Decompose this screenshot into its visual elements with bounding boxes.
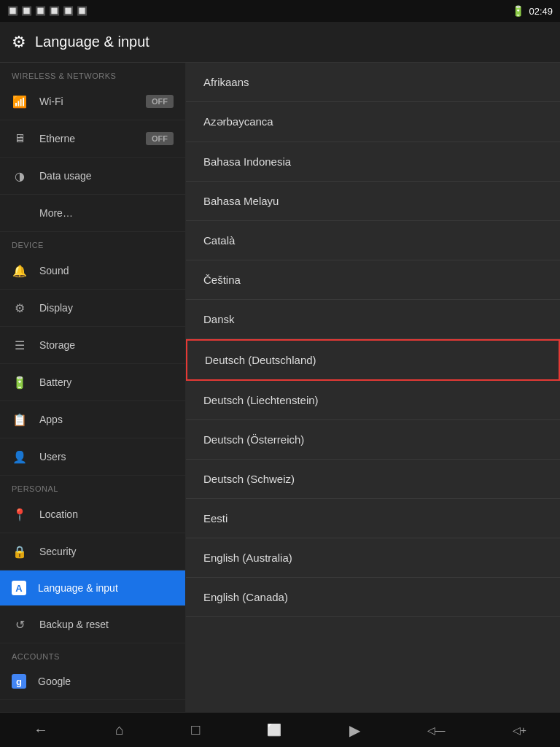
time-display: 02:49 xyxy=(529,6,553,17)
lang-item-dansk[interactable]: Dansk xyxy=(186,300,560,339)
users-icon: 👤 xyxy=(12,449,28,465)
lang-item-english-australia[interactable]: English (Australia) xyxy=(186,538,560,578)
sidebar-label-apps: Apps xyxy=(39,414,63,425)
sidebar-item-display[interactable]: ⚙ Display xyxy=(0,290,185,327)
sidebar-item-add-account[interactable]: + Add account xyxy=(0,700,185,712)
recents-button[interactable]: □ xyxy=(179,716,211,744)
sidebar-label-ethernet: Etherne xyxy=(39,133,75,144)
lang-item-catala[interactable]: Català xyxy=(186,221,560,260)
lang-item-bahasa-melayu[interactable]: Bahasa Melayu xyxy=(186,182,560,221)
status-bar: 🔲 🔲 🔲 🔲 🔲 🔲 🔋 02:49 xyxy=(0,0,560,22)
lang-item-eesti[interactable]: Eesti xyxy=(186,499,560,538)
sidebar-label-location: Location xyxy=(39,508,78,520)
language-icon: A xyxy=(12,581,26,595)
page-title: Language & input xyxy=(35,34,149,50)
lang-item-bahasa-indonesia[interactable]: Bahasa Indonesia xyxy=(186,142,560,182)
sidebar-item-location[interactable]: 📍 Location xyxy=(0,496,185,533)
lang-item-english-canada[interactable]: English (Canada) xyxy=(186,578,560,617)
sidebar-label-users: Users xyxy=(39,451,66,462)
sidebar-item-google[interactable]: g Google xyxy=(0,664,185,700)
sidebar-label-storage: Storage xyxy=(39,339,75,351)
video-button[interactable]: ▶ xyxy=(338,716,372,745)
wifi-icon: 📶 xyxy=(12,93,28,109)
main-layout: WIRELESS & NETWORKS 📶 Wi-Fi OFF 🖥 Ethern… xyxy=(0,63,560,712)
display-icon: ⚙ xyxy=(12,300,28,316)
settings-gear-icon: ⚙ xyxy=(12,33,26,52)
lang-item-azerbaycanca[interactable]: Azərbaycanca xyxy=(186,102,560,142)
sidebar-label-display: Display xyxy=(39,302,73,314)
sidebar-item-wifi[interactable]: 📶 Wi-Fi OFF xyxy=(0,83,185,120)
section-device: DEVICE xyxy=(0,232,185,252)
ethernet-toggle[interactable]: OFF xyxy=(146,132,174,145)
language-list-panel: AfrikaansAzərbaycancaBahasa IndonesiaBah… xyxy=(186,63,560,712)
lang-item-deutsch-schweiz[interactable]: Deutsch (Schweiz) xyxy=(186,460,560,499)
sidebar-item-backup[interactable]: ↺ Backup & reset xyxy=(0,606,185,643)
sidebar-item-more[interactable]: More… xyxy=(0,195,185,232)
sidebar-item-data-usage[interactable]: ◑ Data usage xyxy=(0,158,185,195)
battery-sidebar-icon: 🔋 xyxy=(12,374,28,390)
sidebar-label-sound: Sound xyxy=(39,265,69,276)
sound-icon: 🔔 xyxy=(12,263,28,279)
storage-icon: ☰ xyxy=(12,337,28,353)
sidebar-label-data-usage: Data usage xyxy=(39,170,92,182)
lang-item-deutsch-liechtenstein[interactable]: Deutsch (Liechtenstein) xyxy=(186,381,560,420)
bottom-nav: ← ⌂ □ ⬜ ▶ ◁— ◁+ xyxy=(0,712,560,747)
sidebar-item-security[interactable]: 🔒 Security xyxy=(0,533,185,570)
lang-item-afrikaans[interactable]: Afrikaans xyxy=(186,63,560,102)
sidebar-label-wifi: Wi-Fi xyxy=(39,96,63,107)
vol-down-button[interactable]: ◁— xyxy=(416,719,457,742)
sidebar-item-language[interactable]: A Language & input xyxy=(0,570,185,606)
screenshot-button[interactable]: ⬜ xyxy=(255,717,293,743)
data-usage-icon: ◑ xyxy=(12,168,28,184)
add-account-icon: + xyxy=(12,710,28,712)
sidebar-label-language: Language & input xyxy=(38,582,118,594)
status-bar-app-icons: 🔲 🔲 🔲 🔲 🔲 🔲 xyxy=(7,6,88,16)
ethernet-icon: 🖥 xyxy=(12,131,28,147)
lang-item-deutsch-deutschland[interactable]: Deutsch (Deutschland) xyxy=(186,339,560,381)
sidebar-label-security: Security xyxy=(39,546,77,557)
battery-icon: 🔋 xyxy=(512,5,524,17)
back-button[interactable]: ← xyxy=(22,716,60,744)
sidebar-label-more: More… xyxy=(39,207,73,219)
section-accounts: ACCOUNTS xyxy=(0,643,185,664)
sidebar-item-users[interactable]: 👤 Users xyxy=(0,438,185,476)
lang-item-cestina[interactable]: Čeština xyxy=(186,260,560,300)
google-icon: g xyxy=(12,674,26,689)
vol-up-button[interactable]: ◁+ xyxy=(501,719,538,742)
sidebar-item-battery[interactable]: 🔋 Battery xyxy=(0,364,185,401)
sidebar-item-apps[interactable]: 📋 Apps xyxy=(0,401,185,438)
security-icon: 🔒 xyxy=(12,543,28,560)
sidebar: WIRELESS & NETWORKS 📶 Wi-Fi OFF 🖥 Ethern… xyxy=(0,63,186,712)
sidebar-item-sound[interactable]: 🔔 Sound xyxy=(0,252,185,290)
sidebar-item-storage[interactable]: ☰ Storage xyxy=(0,327,185,364)
more-icon xyxy=(12,205,28,221)
sidebar-label-backup: Backup & reset xyxy=(39,619,109,630)
lang-item-deutsch-osterreich[interactable]: Deutsch (Österreich) xyxy=(186,420,560,460)
backup-icon: ↺ xyxy=(12,616,28,632)
section-personal: PERSONAL xyxy=(0,476,185,496)
apps-icon: 📋 xyxy=(12,411,28,427)
home-button[interactable]: ⌂ xyxy=(104,716,136,744)
status-bar-right: 🔋 02:49 xyxy=(512,5,553,17)
wifi-toggle[interactable]: OFF xyxy=(146,95,174,108)
sidebar-label-google: Google xyxy=(38,676,71,687)
page-header: ⚙ Language & input xyxy=(0,22,560,63)
sidebar-item-ethernet[interactable]: 🖥 Etherne OFF xyxy=(0,120,185,158)
section-wireless-networks: WIRELESS & NETWORKS xyxy=(0,63,185,83)
location-icon: 📍 xyxy=(12,506,28,522)
sidebar-label-battery: Battery xyxy=(39,376,71,388)
